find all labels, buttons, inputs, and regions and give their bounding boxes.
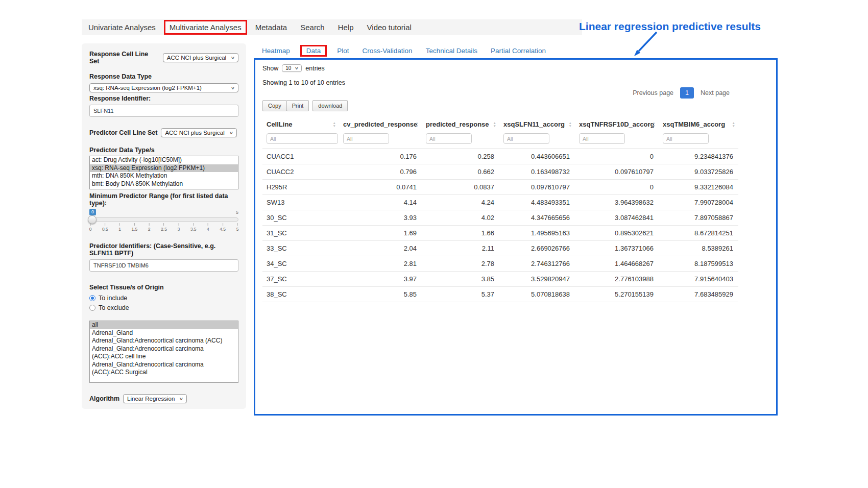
filter-input-xsqtmbim6-accorg[interactable] (663, 133, 709, 144)
tick-mark (223, 223, 223, 226)
tab-heatmap[interactable]: Heatmap (262, 47, 290, 55)
predictor-data-type-option[interactable]: bmt: Body DNA 850K Methylation (90, 180, 238, 188)
radio-label: To include (99, 295, 127, 302)
column-header-xsqtmbim6-accorg[interactable]: xsqTMBIM6_accorg▲▼ (659, 116, 738, 132)
filter-input-cellline[interactable] (267, 133, 338, 144)
nav-item-univariate-analyses[interactable]: Univariate Analyses (82, 20, 162, 34)
chevron-down-icon: ∨ (229, 131, 233, 135)
chevron-down-icon: ∨ (231, 56, 235, 60)
cell-line-cell: 38_SC (262, 287, 339, 302)
tissue-option[interactable]: Adrenal_Gland:Adrenocortical carcinoma (… (90, 345, 238, 361)
show-label: Show (262, 65, 278, 72)
value-cell: 0.258 (422, 149, 499, 164)
results-table: CellLine▲▼cv_predicted_response▲▼predict… (262, 116, 738, 302)
value-cell: 4.347665656 (499, 210, 575, 226)
predictor-cell-line-set-select[interactable]: ACC NCI plus Surgical ∨ (161, 128, 236, 137)
column-header-xsqslfn11-accorg[interactable]: xsqSLFN11_accorg▲▼ (499, 116, 575, 132)
nav-item-multivariate-analyses[interactable]: Multivariate Analyses (164, 20, 247, 35)
value-cell: 3.964398632 (575, 195, 659, 210)
predictor-data-type-option[interactable]: xsq: RNA-seq Expression (log2 FPKM+1) (90, 164, 238, 173)
algorithm-select[interactable]: Linear Regression ∨ (123, 394, 187, 403)
table-row: SW134.144.244.4834933513.9643986327.9907… (262, 195, 738, 210)
tissue-option[interactable]: Adrenal_Gland:Adrenocortical carcinoma (… (90, 361, 238, 377)
column-header-xsqtnfrsf10d-accorg[interactable]: xsqTNFRSF10D_accorg▲▼ (575, 116, 659, 132)
value-cell: 5.070818638 (499, 287, 575, 302)
results-panel: Show 10 ∨ entries Showing 1 to 10 of 10 … (254, 58, 778, 416)
annotation-title: Linear regression predictive results (579, 20, 761, 33)
radio-icon (89, 305, 95, 311)
value-cell: 0 (575, 180, 659, 195)
table-row: H295R0.07410.08370.09761079709.332126084 (262, 180, 738, 195)
value-cell: 0.443606651 (499, 149, 575, 164)
value-cell: 8.672814251 (659, 226, 738, 241)
value-cell: 0.176 (339, 149, 422, 164)
predictor-data-type-option[interactable]: mth: DNA 850K Methylation (90, 172, 238, 180)
tissue-option[interactable]: Adrenal_Gland:Adrenocortical carcinoma (… (90, 337, 238, 345)
response-cell-line-set-select[interactable]: ACC NCI plus Surgical ∨ (163, 53, 238, 62)
selected-value: ACC NCI plus Surgical (165, 130, 224, 136)
tissue-option[interactable]: Adrenal_Gland (90, 329, 238, 337)
slider-max-label: 5 (236, 210, 238, 215)
tab-technical-details[interactable]: Technical Details (426, 47, 477, 55)
nav-item-metadata[interactable]: Metadata (249, 20, 294, 34)
current-page-button[interactable]: 1 (680, 87, 694, 99)
chevron-down-icon: ∨ (179, 397, 184, 401)
nav-item-video-tutorial[interactable]: Video tutorial (360, 20, 418, 34)
filter-input-predicted-response[interactable] (426, 133, 472, 144)
response-cell-line-set-label: Response Cell Line Set (89, 51, 159, 65)
radio-icon (89, 295, 95, 301)
tab-partial-correlation[interactable]: Partial Correlation (491, 47, 546, 55)
slider-tick: 4.5 (220, 223, 226, 232)
sort-icon: ▲▼ (653, 121, 656, 128)
slider-tick: 5 (236, 223, 239, 232)
column-label: xsqTNFRSF10D_accorg (579, 120, 654, 128)
download-button[interactable]: download (312, 100, 348, 111)
filter-input-cv-predicted-response[interactable] (343, 133, 389, 144)
nav-item-search[interactable]: Search (294, 20, 331, 34)
table-row: CUACC20.7960.6620.1634987320.0976107979.… (262, 164, 738, 180)
column-header-cv-predicted-response[interactable]: cv_predicted_response▲▼ (339, 116, 422, 132)
response-cell-line-set-field: Response Cell Line Set ACC NCI plus Surg… (89, 51, 238, 65)
table-row: 37_SC3.973.853.5298209472.7761039887.915… (262, 272, 738, 287)
tissue-origin-label: Select Tissue/s of Origin (89, 284, 238, 291)
sort-icon: ▲▼ (493, 121, 496, 128)
copy-button[interactable]: Copy (262, 100, 287, 111)
value-cell: 0 (575, 149, 659, 164)
entries-select[interactable]: 10 ∨ (282, 64, 302, 72)
next-page-button[interactable]: Next page (696, 87, 734, 99)
response-data-type-label: Response Data Type (89, 73, 238, 80)
column-label: cv_predicted_response (343, 120, 417, 128)
nav-item-help[interactable]: Help (331, 20, 360, 34)
tissue-radio-to-include[interactable]: To include (89, 295, 238, 302)
value-cell: 2.04 (339, 241, 422, 256)
cell-line-cell: CUACC1 (262, 149, 339, 164)
cell-line-cell: 33_SC (262, 241, 339, 256)
cell-line-cell: 34_SC (262, 256, 339, 272)
value-cell: 1.367371066 (575, 241, 659, 256)
predictor-identifiers-input[interactable] (89, 259, 238, 272)
tick-label: 1 (118, 227, 121, 232)
response-data-type-select[interactable]: xsq: RNA-seq Expression (log2 FPKM+1) ∨ (89, 83, 238, 92)
slider-track[interactable] (89, 217, 238, 222)
tab-cross-validation[interactable]: Cross-Validation (363, 47, 413, 55)
cell-line-cell: 31_SC (262, 226, 339, 241)
column-header-cellline[interactable]: CellLine▲▼ (262, 116, 339, 132)
tick-mark (193, 223, 194, 226)
tissue-radio-to-exclude[interactable]: To exclude (89, 304, 238, 311)
table-body: CUACC10.1760.2580.44360665109.234841376C… (262, 149, 738, 302)
predictor-data-type-option[interactable]: act: Drug Activity (-log10[IC50M]) (90, 156, 238, 164)
tab-plot[interactable]: Plot (337, 47, 349, 55)
filter-input-xsqslfn11-accorg[interactable] (503, 133, 549, 144)
tissue-option[interactable]: all (90, 321, 238, 329)
value-cell: 2.11 (422, 241, 499, 256)
cell-line-cell: CUACC2 (262, 164, 339, 180)
value-cell: 7.683485929 (659, 287, 738, 302)
print-button[interactable]: Print (286, 100, 309, 111)
column-label: CellLine (267, 120, 293, 128)
response-identifier-input[interactable] (89, 105, 238, 117)
tab-data[interactable]: Data (300, 45, 327, 57)
pagination: Previous page 1 Next page (628, 87, 734, 99)
filter-input-xsqtnfrsf10d-accorg[interactable] (579, 133, 625, 144)
column-header-predicted-response[interactable]: predicted_response▲▼ (422, 116, 499, 132)
previous-page-button[interactable]: Previous page (628, 87, 678, 99)
